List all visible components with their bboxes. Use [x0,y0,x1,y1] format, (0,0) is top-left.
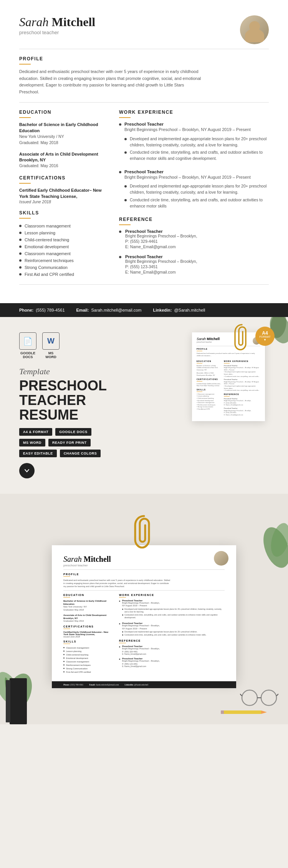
tool-icons-row: 📄 GOODLEDOCS W MSWORD [19,332,180,359]
profile-title: PROFILE [19,56,269,61]
bullet-icon [19,266,22,269]
ref-content-2: Preschool Teacher Bright Beginnings Pres… [125,254,197,274]
left-column: EDUCATION Bachelor of Science in Early C… [19,110,108,280]
degree-2: Associate of Arts in Child Development B… [19,151,108,163]
lr-skill-1: Classroom management [63,646,113,649]
job-bullet-2 [119,171,121,173]
lr-skill-2: Lesson planning [63,649,113,653]
full-name: Sarah Mitchell [19,15,95,29]
header-divider [19,49,269,49]
lr-edu-divider [63,597,70,597]
duty-2-2: Conducted circle time, storytelling, art… [124,196,269,210]
lr-work-divider [119,597,126,597]
ref-1: Preschool Teacher Bright Beginnings Pres… [119,229,269,249]
school-1: New York University / NY [19,134,108,140]
lr-ref-email-2: E: Name_Email@gmail.com [122,665,160,667]
education-title: EDUCATION [19,110,108,115]
plant-right-svg [253,517,288,578]
showcase-left-panel: 📄 GOODLEDOCS W MSWORD Template PRESCHOOL… [19,332,180,478]
mini-cert-title: CERTIFICATIONS [197,378,222,380]
mini-work-2: Preschool TeacherBright Beginnings Presc… [224,378,260,392]
mini-ref-2: Preschool TeacherBright Beginnings Presc… [224,407,260,416]
ref-company-2: Bright Beginnings Preschool – Brooklyn, [125,259,197,264]
svg-rect-19 [223,710,261,714]
badge-row-3: EASY EDITABLE CHANGE COLORS [19,450,180,457]
reference-title: REFERENCE [119,217,269,222]
mini-work-line [224,363,230,363]
resume-page: Sarah Mitchell preschool teacher PROFILE… [0,0,288,303]
badge-gdocs[interactable]: GOOGLE DOCS [55,428,91,436]
lr-footer-email: Email: Sarah.mitchell@email.com [89,684,119,686]
mini-profile-line [197,351,202,351]
glasses-svg [240,688,278,707]
lr-profile-title: PROFILE [63,573,225,576]
format-text: FORMAT [259,335,270,338]
footer-divider [19,284,269,285]
phone-label: Phone: [19,308,33,312]
lr-edu-title: EDUCATION [63,594,113,596]
notebook-svg [6,678,27,724]
duty-1-2: Conducted circle time, storytelling, art… [124,149,269,163]
svg-line-18 [276,694,278,696]
lr-ref-email-1: E: Name_Email@gmail.com [122,653,160,655]
duty-bullet [124,138,127,140]
lr-duty-1-2: Conducted circle time, storytelling, art… [122,614,225,619]
ms-word-icon: W MSWORD [42,332,60,359]
mini-edu-text: Bachelor of Science in Early Childhood E… [197,365,222,371]
grad-2: Graduated: May 2016 [19,163,108,169]
ref-phone-2: P: (555) 123-3451 [125,264,197,269]
skill-1: Classroom management [19,222,108,229]
linkedin-value: @Sarah.mitchell [174,308,205,312]
lr-subtitle: preschool teacher [63,564,225,567]
profile-photo [240,15,269,44]
bullet-icon [19,232,22,234]
bullet-icon [19,259,22,262]
pencil-decor [221,709,267,717]
education-item-2: Associate of Arts in Child Development B… [19,151,108,169]
skill-6: Reinforcement techniques [19,257,108,264]
badge-a4[interactable]: A4 & FORMAT [19,428,52,436]
lr-school-1: New York University / NYGraduated: May 2… [63,606,113,611]
paperclip-decor [230,321,253,353]
badge-msword[interactable]: MS WORD [19,439,45,446]
ref-phone-1: P: (555) 329-4461 [125,239,197,244]
cert-divider [19,183,31,184]
mini-name: Sarah Mitchell [197,337,220,341]
lr-job-co-2: Bright Beginnings Preschool – Brooklyn,N… [122,624,206,630]
skill-7: Strong Communication [19,264,108,271]
lr-profile-body: Dedicated and enthusiastic preschool tea… [63,579,171,588]
job-1: Preschool Teacher Bright Beginnings Pres… [119,122,269,163]
lr-ref-divider [119,643,126,643]
badge-editable[interactable]: EASY EDITABLE [19,450,57,457]
duty-1-1: Developed and implemented age-appropriat… [124,135,269,149]
showcase-section: 📄 GOODLEDOCS W MSWORD Template PRESCHOOL… [0,317,288,493]
last-name: Mitchell [51,15,95,29]
ref-job-title-1: Preschool Teacher [125,229,197,234]
a4-text: A4 [262,331,268,335]
ref-2: Preschool Teacher Bright Beginnings Pres… [119,254,269,274]
job-duties-2: Developed and implemented age-appropriat… [124,183,269,210]
lr-cert-title: CERTIFICATIONS [63,625,113,628]
email-label: Email: [76,308,89,312]
lr-ref-bullet-1 [119,646,120,647]
ref-company-1: Bright Beginnings Preschool – Brooklyn, [125,234,197,238]
notebook-decor [6,678,27,724]
badge-row-1: A4 & FORMAT GOOGLE DOCS [19,428,180,436]
badge-colors[interactable]: CHANGE COLORS [60,450,101,457]
section-divider-1 [19,102,269,103]
job-company-2: Bright Beginnings Preschool – Brooklyn, … [124,174,269,181]
bullet-icon [19,225,22,227]
scroll-down-button[interactable] [19,463,35,478]
bullet-icon [19,273,22,276]
ref-content-1: Preschool Teacher Bright Beginnings Pres… [125,229,197,249]
mini-subtitle: preschool teacher [197,341,220,343]
mini-ref-1: Preschool TeacherBright Beginnings Presc… [224,398,260,406]
lr-degree-2: Associate of Arts in Child Development B… [63,614,113,620]
lr-duty-2-1: Developed and implemented age-appropriat… [122,631,206,633]
svg-rect-21 [221,710,224,714]
badge-print[interactable]: READY FOR PRINT [48,439,91,446]
reference-divider [119,224,131,225]
lr-skill-7: Strong Communication [63,667,113,670]
resume-header: Sarah Mitchell preschool teacher [19,15,269,44]
badge-row-2: MS WORD READY FOR PRINT [19,439,180,446]
